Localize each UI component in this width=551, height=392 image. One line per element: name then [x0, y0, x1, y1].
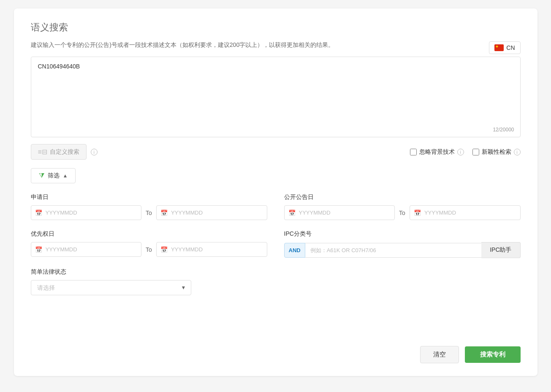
application-date-range: 📅 To 📅 [31, 205, 267, 220]
publication-date-to-input[interactable] [410, 205, 521, 220]
priority-date-from-input[interactable] [31, 242, 142, 257]
search-textarea-wrapper: CN106494640B 12/20000 [31, 57, 521, 137]
publication-date-from-wrap: 📅 [284, 205, 395, 220]
chevron-up-icon: ▲ [63, 173, 68, 179]
application-date-group: 申请日 📅 To 📅 [31, 193, 267, 220]
toolbar-left: ≡⊟ 自定义搜索 i [31, 144, 98, 160]
filter-row-dates: 申请日 📅 To 📅 公开公告日 [31, 193, 521, 220]
priority-date-to-wrap: 📅 [156, 242, 267, 257]
legal-status-group: 简单法律状态 请选择 ▼ [31, 268, 191, 295]
ipc-label: IPC分类号 [284, 230, 521, 238]
description-text: 建议输入一个专利的公开(公告)号或者一段技术描述文本（如权利要求，建议200字以… [31, 41, 489, 49]
char-count: 12/20000 [493, 127, 514, 133]
filter-bar: ⧩ 筛选 ▲ [31, 168, 521, 183]
application-date-from-wrap: 📅 [31, 205, 142, 220]
custom-search-button[interactable]: ≡⊟ 自定义搜索 [31, 144, 87, 160]
publication-date-to-wrap: 📅 [410, 205, 521, 220]
priority-date-label: 优先权日 [31, 230, 267, 238]
application-date-to-input[interactable] [156, 205, 267, 220]
toolbar-row: ≡⊟ 自定义搜索 i 忽略背景技术 i 新颖性检索 i [31, 144, 521, 160]
page-title: 语义搜索 [31, 21, 521, 34]
priority-date-range: 📅 To 📅 [31, 242, 267, 257]
priority-date-group: 优先权日 📅 To 📅 [31, 230, 267, 258]
toolbar-right: 忽略背景技术 i 新颖性检索 i [410, 148, 521, 156]
novelty-search-label: 新颖性检索 [482, 148, 511, 156]
publication-date-from-input[interactable] [284, 205, 395, 220]
cn-flag-icon [494, 44, 504, 51]
search-button[interactable]: 搜索专利 [465, 346, 521, 363]
ignore-bg-label: 忽略背景技术 [419, 148, 455, 156]
filter-row-priority-ipc: 优先权日 📅 To 📅 IPC分类号 AND [31, 230, 521, 258]
novelty-search-checkbox-group: 新颖性检索 i [472, 148, 521, 156]
clear-button[interactable]: 清空 [420, 346, 459, 363]
novelty-search-info-icon[interactable]: i [514, 149, 521, 155]
legal-status-select-wrapper: 请选择 ▼ [31, 280, 191, 295]
filter-funnel-icon: ⧩ [39, 172, 44, 180]
country-selector-button[interactable]: CN [489, 41, 520, 54]
publication-date-to-label: To [399, 210, 405, 216]
custom-search-label: 自定义搜索 [50, 148, 79, 156]
filter-section: 申请日 📅 To 📅 公开公告日 [31, 193, 521, 295]
main-container: 语义搜索 建议输入一个专利的公开(公告)号或者一段技术描述文本（如权利要求，建议… [14, 8, 537, 376]
application-date-to-wrap: 📅 [156, 205, 267, 220]
ipc-input-row: AND IPC助手 [284, 242, 521, 258]
application-date-label: 申请日 [31, 193, 267, 201]
custom-search-info-icon[interactable]: i [91, 149, 98, 155]
application-date-from-input[interactable] [31, 205, 142, 220]
priority-date-to-label: To [146, 246, 152, 253]
ignore-bg-checkbox[interactable] [410, 149, 417, 155]
filter-row-status: 简单法律状态 请选择 ▼ [31, 268, 208, 295]
publication-date-range: 📅 To 📅 [284, 205, 521, 220]
priority-date-to-input[interactable] [156, 242, 267, 257]
top-row: 建议输入一个专利的公开(公告)号或者一段技术描述文本（如权利要求，建议200字以… [31, 41, 521, 54]
publication-date-label: 公开公告日 [284, 193, 521, 201]
filter-label: 筛选 [48, 172, 60, 180]
ipc-group: IPC分类号 AND IPC助手 [284, 230, 521, 258]
search-textarea[interactable]: CN106494640B [31, 57, 520, 135]
ipc-helper-button[interactable]: IPC助手 [481, 242, 520, 258]
custom-search-icon: ≡⊟ [38, 148, 47, 156]
country-label: CN [506, 44, 515, 51]
application-date-to-label: To [146, 210, 152, 216]
bottom-actions: 清空 搜索专利 [420, 346, 521, 363]
filter-toggle-button[interactable]: ⧩ 筛选 ▲ [31, 168, 76, 183]
ignore-bg-checkbox-group: 忽略背景技术 i [410, 148, 464, 156]
publication-date-group: 公开公告日 📅 To 📅 [284, 193, 521, 220]
novelty-search-checkbox[interactable] [472, 149, 479, 155]
legal-status-label: 简单法律状态 [31, 268, 191, 276]
ipc-input[interactable] [305, 243, 481, 258]
and-badge[interactable]: AND [284, 243, 305, 258]
ignore-bg-info-icon[interactable]: i [457, 149, 464, 155]
priority-date-from-wrap: 📅 [31, 242, 142, 257]
legal-status-select[interactable]: 请选择 [31, 280, 191, 295]
